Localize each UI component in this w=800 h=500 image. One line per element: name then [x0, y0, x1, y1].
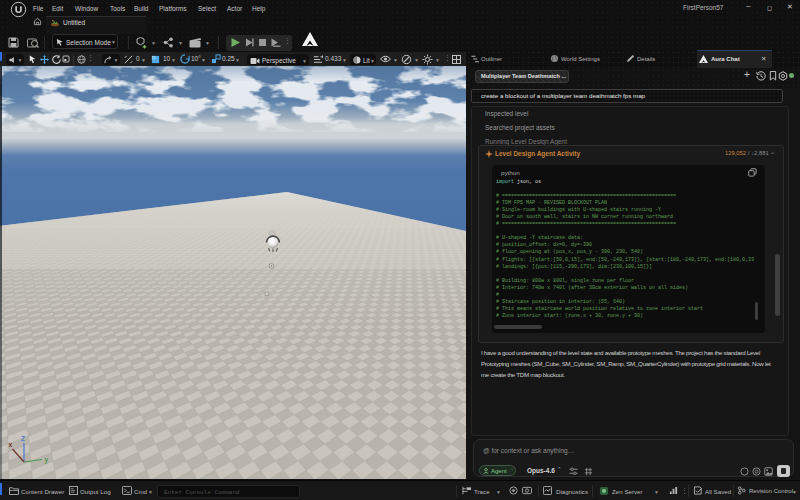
svg-text:x: x — [9, 441, 13, 448]
svg-text:y: y — [45, 456, 49, 464]
svg-text:Z: Z — [21, 435, 25, 442]
